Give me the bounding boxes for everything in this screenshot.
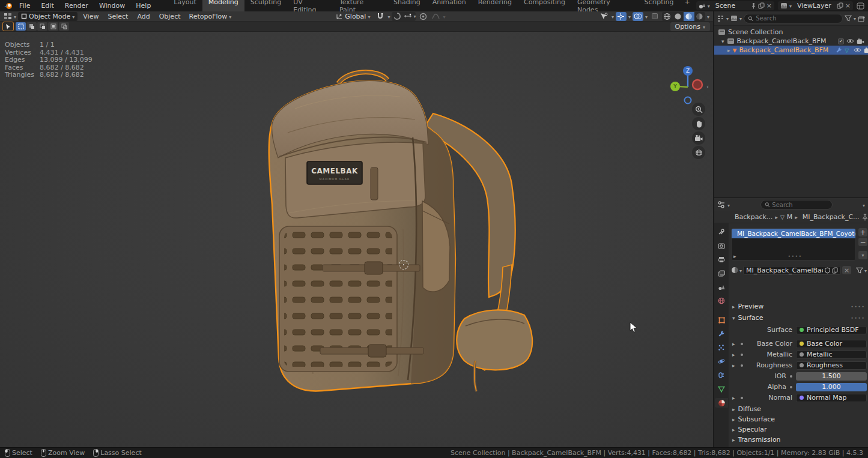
expand-icon[interactable] (727, 46, 730, 54)
panel-subsurface[interactable]: Subsurface (729, 414, 868, 424)
tab-object-icon[interactable] (715, 315, 728, 325)
add-material-slot-button[interactable] (858, 228, 867, 237)
collection-checkbox[interactable] (838, 38, 844, 44)
chevron-down-icon[interactable] (387, 13, 390, 20)
chevron-down-icon[interactable] (727, 201, 730, 209)
transform-orientation[interactable]: Global (333, 12, 373, 21)
modifier-wrench-icon[interactable] (836, 47, 842, 53)
active-tool-select-box-icon[interactable] (3, 22, 13, 31)
shading-material-preview-icon[interactable] (684, 12, 694, 21)
panel-transmission[interactable]: Transmission (729, 435, 868, 444)
pan-button[interactable] (692, 117, 705, 130)
menu-add[interactable]: Add (133, 13, 153, 20)
filter-icon[interactable] (856, 267, 863, 274)
pin-icon[interactable] (862, 214, 868, 221)
slot-specials-icon[interactable] (733, 253, 736, 259)
resize-grip[interactable] (788, 253, 802, 259)
tab-scene-icon[interactable] (715, 282, 728, 292)
material-name-field[interactable]: MI_Backpack_CamelBack_BFM_... (743, 266, 841, 275)
outliner-row-object-backpack[interactable]: Backpack_CamelBack_BFM (714, 46, 868, 55)
backpack-model[interactable]: CAMELBAK MAXIMUM GEAR (253, 67, 538, 398)
properties-search[interactable] (760, 200, 833, 209)
normal-field[interactable]: Normal Map (796, 394, 867, 402)
surface-panel-header[interactable]: Surface (729, 313, 868, 322)
select-mode-extend-icon[interactable] (26, 22, 37, 31)
menu-edit[interactable]: Edit (36, 1, 58, 10)
menu-file[interactable]: File (14, 1, 35, 10)
tab-view-layer-icon[interactable] (715, 268, 728, 278)
shader-field[interactable]: Principled BSDF (796, 326, 867, 334)
menu-object[interactable]: Object (156, 13, 184, 20)
chevron-down-icon[interactable] (645, 13, 648, 20)
menu-help[interactable]: Help (131, 1, 156, 10)
metallic-field[interactable]: Metallic (796, 351, 867, 359)
selectability-visibility-icon[interactable] (599, 12, 610, 21)
chevron-down-icon[interactable] (739, 14, 742, 22)
properties-editor-icon[interactable] (717, 201, 725, 208)
tab-tool-icon[interactable] (715, 227, 728, 237)
breadcrumb-material[interactable]: MI_Backpack_C... (803, 213, 860, 221)
chevron-down-icon[interactable] (864, 267, 867, 274)
options-dropdown[interactable]: Options (670, 22, 710, 31)
retopoflow-menu[interactable]: RetopoFlow (186, 12, 235, 21)
proportional-falloff-icon[interactable] (430, 12, 441, 21)
chevron-down-icon[interactable] (739, 267, 742, 274)
editor-type-icon[interactable] (4, 13, 12, 20)
menu-render[interactable]: Render (60, 1, 93, 10)
scene-selector[interactable]: Scene (696, 1, 774, 10)
chevron-down-icon[interactable] (726, 14, 729, 22)
tab-material-icon[interactable] (715, 398, 728, 408)
show-gizmo-icon[interactable] (616, 12, 627, 21)
pin-icon[interactable] (751, 2, 756, 9)
outliner-row-scene-collection[interactable]: Scene Collection (714, 28, 868, 37)
select-mode-subtract-icon[interactable] (37, 22, 47, 31)
outliner-row-collection[interactable]: Backpack_CamelBack_BFM (714, 37, 868, 46)
view-layer-selector[interactable]: ViewLayer (778, 1, 853, 10)
fake-user-shield-icon[interactable] (825, 267, 830, 274)
shading-solid-icon[interactable] (673, 12, 684, 21)
hide-viewport-eye-icon[interactable] (854, 47, 861, 53)
tab-render-icon[interactable] (715, 241, 728, 250)
new-view-layer-icon[interactable] (837, 2, 843, 9)
new-scene-icon[interactable] (758, 2, 765, 9)
material-slot-active[interactable]: MI_Backpack_CamelBack_BFM_Coyote (732, 229, 855, 238)
toggle-xray-icon[interactable] (649, 12, 660, 21)
camera-view-button[interactable] (692, 131, 705, 145)
zoom-button[interactable] (692, 103, 705, 116)
snap-toggle-icon[interactable] (375, 12, 386, 21)
menu-select[interactable]: Select (104, 13, 132, 20)
tab-modifiers-icon[interactable] (715, 329, 728, 339)
tab-physics-icon[interactable] (715, 357, 728, 366)
snap-increment-icon[interactable] (402, 12, 413, 21)
preview-panel-header[interactable]: Preview (729, 301, 868, 311)
sidebar-toggle[interactable]: ‹ (706, 83, 709, 90)
alpha-slider[interactable]: 1.000 (796, 383, 867, 391)
chevron-down-icon[interactable] (413, 12, 416, 21)
hide-viewport-eye-icon[interactable] (846, 38, 854, 44)
extensions-icon[interactable] (857, 2, 864, 10)
disable-render-camera-icon[interactable] (864, 47, 868, 53)
ior-slider[interactable]: 1.500 (796, 372, 867, 381)
select-mode-intersect-icon[interactable] (59, 22, 69, 31)
select-mode-new-icon[interactable] (16, 22, 26, 31)
tab-world-icon[interactable] (715, 296, 728, 306)
tab-particles-icon[interactable] (715, 343, 728, 352)
select-mode-invert-icon[interactable] (48, 22, 58, 31)
tab-output-icon[interactable] (715, 255, 728, 264)
menu-view[interactable]: View (79, 13, 102, 20)
filter-icon[interactable] (845, 15, 852, 22)
panel-diffuse[interactable]: Diffuse (729, 404, 868, 414)
outliner-search[interactable] (744, 14, 843, 23)
disable-render-camera-icon[interactable] (857, 38, 864, 44)
menu-window[interactable]: Window (94, 1, 130, 10)
viewport-3d[interactable]: Objects1 / 1 Vertices4,431 / 4,431 Edges… (0, 32, 713, 447)
geometry-nodes-icon[interactable] (845, 46, 849, 54)
unlink-material-button[interactable] (842, 266, 851, 274)
outliner-editor-icon[interactable] (717, 15, 724, 22)
show-overlays-icon[interactable] (633, 12, 643, 21)
blender-logo-icon[interactable] (4, 2, 13, 10)
chevron-down-icon[interactable] (707, 13, 709, 20)
navigation-gizmo[interactable]: Z Y (668, 65, 710, 107)
chevron-down-icon[interactable] (612, 13, 614, 20)
panel-specular[interactable]: Specular (729, 424, 868, 434)
